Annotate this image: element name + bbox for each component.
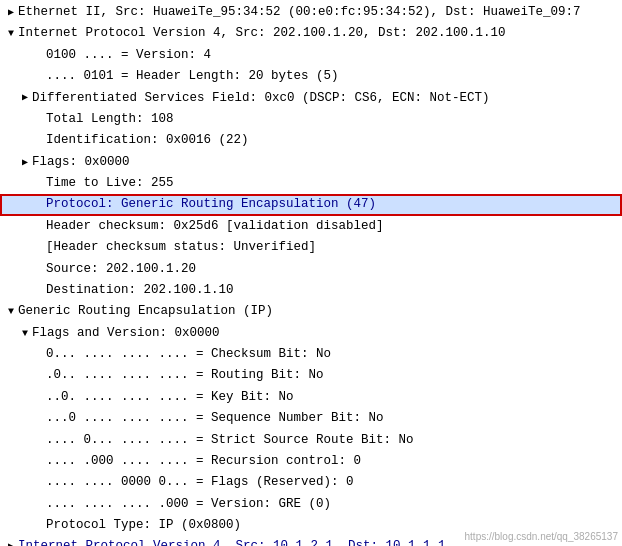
row-text: .... .000 .... .... = Recursion control:… <box>46 452 618 471</box>
row-ip[interactable]: ▼Internet Protocol Version 4, Src: 202.1… <box>0 23 622 44</box>
row-text: Identification: 0x0016 (22) <box>46 131 618 150</box>
row-text: Ethernet II, Src: HuaweiTe_95:34:52 (00:… <box>18 3 618 22</box>
row-recursion[interactable]: .... .000 .... .... = Recursion control:… <box>0 451 622 472</box>
expander-icon[interactable]: ▶ <box>18 90 32 106</box>
row-ident[interactable]: Identification: 0x0016 (22) <box>0 130 622 151</box>
row-header-len[interactable]: .... 0101 = Header Length: 20 bytes (5) <box>0 66 622 87</box>
row-text: Destination: 202.100.1.10 <box>46 281 618 300</box>
row-text: Time to Live: 255 <box>46 174 618 193</box>
row-text: ...0 .... .... .... = Sequence Number Bi… <box>46 409 618 428</box>
row-text: 0... .... .... .... = Checksum Bit: No <box>46 345 618 364</box>
expander-icon[interactable]: ▶ <box>18 155 32 171</box>
expander-icon[interactable]: ▶ <box>4 5 18 21</box>
row-version[interactable]: 0100 .... = Version: 4 <box>0 45 622 66</box>
row-text: Differentiated Services Field: 0xc0 (DSC… <box>32 89 618 108</box>
row-checksum-bit[interactable]: 0... .... .... .... = Checksum Bit: No <box>0 344 622 365</box>
row-text: .... .... 0000 0... = Flags (Reserved): … <box>46 473 618 492</box>
expander-icon[interactable]: ▼ <box>4 26 18 42</box>
row-gre-flags[interactable]: ▼Flags and Version: 0x0000 <box>0 323 622 344</box>
row-total-len[interactable]: Total Length: 108 <box>0 109 622 130</box>
row-text: .0.. .... .... .... = Routing Bit: No <box>46 366 618 385</box>
row-text: Flags and Version: 0x0000 <box>32 324 618 343</box>
row-seq-bit[interactable]: ...0 .... .... .... = Sequence Number Bi… <box>0 408 622 429</box>
row-dscp[interactable]: ▶Differentiated Services Field: 0xc0 (DS… <box>0 88 622 109</box>
packet-tree: ▶Ethernet II, Src: HuaweiTe_95:34:52 (00… <box>0 0 622 546</box>
row-text: Total Length: 108 <box>46 110 618 129</box>
row-protocol[interactable]: Protocol: Generic Routing Encapsulation … <box>0 194 622 215</box>
row-text: .... 0101 = Header Length: 20 bytes (5) <box>46 67 618 86</box>
row-text: .... 0... .... .... = Strict Source Rout… <box>46 431 618 450</box>
row-ssr-bit[interactable]: .... 0... .... .... = Strict Source Rout… <box>0 430 622 451</box>
row-text: Internet Protocol Version 4, Src: 202.10… <box>18 24 618 43</box>
expander-icon[interactable]: ▼ <box>18 326 32 342</box>
expander-icon[interactable]: ▶ <box>4 539 18 546</box>
row-text: Generic Routing Encapsulation (IP) <box>18 302 618 321</box>
row-text: [Header checksum status: Unverified] <box>46 238 618 257</box>
row-key-bit[interactable]: ..0. .... .... .... = Key Bit: No <box>0 387 622 408</box>
row-checksum-status[interactable]: [Header checksum status: Unverified] <box>0 237 622 258</box>
expander-icon[interactable]: ▼ <box>4 304 18 320</box>
row-text: Source: 202.100.1.20 <box>46 260 618 279</box>
row-text: Protocol: Generic Routing Encapsulation … <box>46 195 618 214</box>
row-checksum[interactable]: Header checksum: 0x25d6 [validation disa… <box>0 216 622 237</box>
row-gre[interactable]: ▼Generic Routing Encapsulation (IP) <box>0 301 622 322</box>
row-ethernet[interactable]: ▶Ethernet II, Src: HuaweiTe_95:34:52 (00… <box>0 2 622 23</box>
row-flags[interactable]: ▶Flags: 0x0000 <box>0 152 622 173</box>
row-source[interactable]: Source: 202.100.1.20 <box>0 259 622 280</box>
row-text: ..0. .... .... .... = Key Bit: No <box>46 388 618 407</box>
row-text: 0100 .... = Version: 4 <box>46 46 618 65</box>
watermark: https://blog.csdn.net/qq_38265137 <box>465 531 618 542</box>
row-dst[interactable]: Destination: 202.100.1.10 <box>0 280 622 301</box>
row-text: Flags: 0x0000 <box>32 153 618 172</box>
row-routing-bit[interactable]: .0.. .... .... .... = Routing Bit: No <box>0 365 622 386</box>
row-text: Header checksum: 0x25d6 [validation disa… <box>46 217 618 236</box>
row-flags-res[interactable]: .... .... 0000 0... = Flags (Reserved): … <box>0 472 622 493</box>
row-version2[interactable]: .... .... .... .000 = Version: GRE (0) <box>0 494 622 515</box>
row-text: .... .... .... .000 = Version: GRE (0) <box>46 495 618 514</box>
row-ttl[interactable]: Time to Live: 255 <box>0 173 622 194</box>
